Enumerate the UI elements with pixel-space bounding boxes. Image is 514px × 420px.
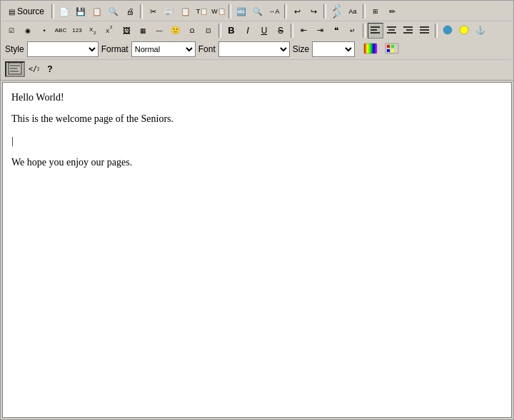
replace-button[interactable]: ↔A: [266, 4, 282, 19]
hr-button[interactable]: —: [151, 23, 167, 39]
svg-text:2: 2: [110, 25, 113, 29]
find-icon: 🔍: [253, 7, 263, 16]
color-bg-button[interactable]: [456, 23, 472, 39]
align-center-icon: [386, 25, 398, 36]
checkbox-icon: ☑: [9, 27, 14, 34]
source-view-button[interactable]: </>: [26, 61, 41, 77]
color-bg-icon: [458, 24, 470, 37]
anchor-icon: ⚓: [475, 26, 485, 35]
color-text-button[interactable]: [440, 23, 455, 39]
align-left-icon: [370, 25, 381, 36]
checkbox-button[interactable]: ☑: [4, 23, 19, 39]
blockquote-button[interactable]: ❝: [328, 23, 344, 39]
align-left-button[interactable]: [368, 23, 383, 39]
align-right-button[interactable]: [400, 23, 416, 39]
color-text-icon: [442, 24, 453, 37]
underline-icon: U: [261, 26, 268, 36]
bold-button[interactable]: B: [223, 23, 239, 39]
num-button[interactable]: 123: [69, 23, 85, 39]
table2-button[interactable]: ▦: [135, 23, 151, 39]
save-icon: 💾: [76, 7, 86, 16]
toolbar-row-1: ▤ Source 📄 💾 📋 🔍 🖨 ✂: [2, 2, 512, 21]
help-button[interactable]: ?: [42, 61, 58, 77]
color-picker-icon: [363, 43, 378, 56]
format-row: Style Format Normal Font Size: [2, 39, 512, 59]
paste-icon: 📋: [181, 7, 191, 16]
cut-button[interactable]: ✂: [145, 4, 161, 19]
find2-icon: 🔎🔎: [329, 4, 343, 19]
svg-point-16: [443, 26, 452, 34]
separator-4: [284, 4, 287, 19]
hr-icon: —: [156, 27, 163, 34]
sup-icon: X2: [104, 24, 116, 37]
size-select[interactable]: [312, 41, 355, 57]
spell-icon: 🔤: [236, 7, 246, 16]
preview-button[interactable]: 🔍: [106, 4, 121, 19]
toolbar-row-2: ☑ ◉ • ABC 123 X2 X2: [2, 21, 512, 39]
anchor-button[interactable]: ⚓: [473, 23, 488, 39]
separator-5: [323, 4, 326, 19]
replace-icon: ↔A: [269, 8, 280, 15]
image-icon: 🖼: [123, 26, 131, 35]
find-button[interactable]: 🔍: [250, 4, 266, 19]
undo-button[interactable]: ↩: [289, 4, 305, 19]
bullet-button[interactable]: •: [36, 23, 52, 39]
content-line-3: This is the welcome page of the Seniors.: [11, 111, 503, 127]
eraser-button[interactable]: ✏: [384, 4, 400, 19]
svg-text:</>: </>: [29, 65, 39, 73]
print-button[interactable]: 🖨: [122, 4, 138, 19]
copy-button[interactable]: 📰: [161, 4, 177, 19]
smiley-button[interactable]: 🙂: [168, 23, 183, 39]
radio-icon: ◉: [25, 27, 31, 34]
table2-icon: ▦: [140, 27, 146, 34]
redo-button[interactable]: ↪: [306, 4, 321, 19]
table-button[interactable]: ⊞: [368, 4, 383, 19]
separator-10: [435, 24, 438, 38]
strikethrough-button[interactable]: S: [273, 23, 288, 39]
paste-word-icon: W📋: [211, 8, 226, 15]
italic-button[interactable]: I: [240, 23, 256, 39]
spell-button[interactable]: 🔤: [233, 4, 249, 19]
sup-button[interactable]: X2: [102, 23, 118, 39]
format-select[interactable]: Normal: [131, 41, 196, 57]
underline-button[interactable]: U: [256, 23, 272, 39]
paste-button[interactable]: 📋: [178, 4, 193, 19]
special-button[interactable]: Ω: [184, 23, 200, 39]
more-colors-button[interactable]: [382, 41, 402, 57]
paste-text-button[interactable]: T📋: [194, 4, 210, 19]
decrease-indent-button[interactable]: ⇤: [296, 23, 311, 39]
wysiwyg-button[interactable]: [5, 61, 25, 77]
content-line-5: |: [11, 133, 503, 149]
content-area[interactable]: Hello World! This is the welcome page of…: [2, 82, 512, 418]
radio-button-btn[interactable]: ◉: [20, 23, 36, 39]
print-icon: 🖨: [126, 7, 134, 16]
abc-button[interactable]: ABC: [53, 23, 69, 39]
source-button[interactable]: ▤ Source: [4, 4, 49, 19]
image-button[interactable]: 🖼: [119, 23, 134, 39]
svg-rect-22: [387, 49, 390, 52]
textsize-button[interactable]: Aа: [345, 4, 361, 19]
divdiv-button[interactable]: ↵: [345, 23, 361, 39]
font-select[interactable]: [218, 41, 290, 57]
iframe-button[interactable]: ⊡: [201, 23, 216, 39]
increase-indent-button[interactable]: ⇥: [312, 23, 328, 39]
eraser-icon: ✏: [389, 7, 395, 16]
align-justify-button[interactable]: [417, 23, 433, 39]
content-line-1: Hello World!: [11, 90, 503, 106]
paste-word-button[interactable]: W📋: [211, 4, 226, 19]
page-button[interactable]: 📋: [89, 4, 105, 19]
sub-button[interactable]: X2: [86, 23, 101, 39]
separator-7: [218, 24, 221, 38]
align-center-button[interactable]: [384, 23, 400, 39]
editor-wrapper: ▤ Source 📄 💾 📋 🔍 🖨 ✂: [0, 0, 514, 420]
find2-button[interactable]: 🔎🔎: [328, 4, 344, 19]
save-button[interactable]: 💾: [73, 4, 89, 19]
style-select[interactable]: [27, 41, 99, 57]
size-label: Size: [293, 44, 309, 54]
color-picker-button[interactable]: [361, 41, 381, 57]
format-label: Format: [101, 44, 128, 54]
svg-rect-18: [364, 43, 377, 53]
new-doc-icon: 📄: [59, 7, 69, 16]
special-icon: Ω: [190, 27, 195, 34]
new-doc-button[interactable]: 📄: [56, 4, 72, 19]
